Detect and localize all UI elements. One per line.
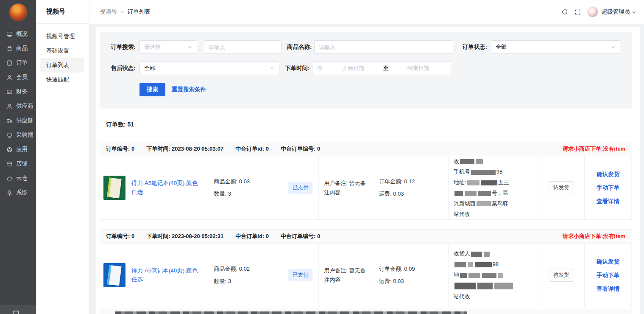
sidebar-item-overview[interactable]: 概况 <box>0 27 36 41</box>
sidebar-item-goods[interactable]: 商品 <box>0 41 36 56</box>
pay-status-badge: 已支付 <box>288 182 313 194</box>
product-cell: 得力 A5笔记本(40页) 颜色任选 <box>100 156 207 219</box>
user-avatar[interactable] <box>587 6 598 17</box>
product-cover <box>107 177 121 198</box>
primary-sidebar: 概况商品订单会员财务供应商供应链采购端应用店铺云仓系统 <box>0 0 36 314</box>
address-text: 五三 <box>498 179 509 185</box>
order-action-link[interactable]: 确认发货 <box>597 171 619 178</box>
gear-icon <box>6 189 13 196</box>
app-logo <box>9 3 27 21</box>
breadcrumb-item[interactable]: 订单列表 <box>128 8 151 16</box>
address-line <box>454 282 533 290</box>
order-list: 订单编号: 0下单时间: 2023-08-20 05:03:07中台订单id: … <box>100 142 632 307</box>
address-line: 98 <box>454 260 533 269</box>
ship-status-cell: 待发货 <box>538 156 585 219</box>
sidebar-item-orders[interactable]: 订单 <box>0 56 36 70</box>
sidebar-item-members[interactable]: 会员 <box>0 70 36 84</box>
submenu-item-order-list[interactable]: 订单列表 <box>40 58 84 73</box>
product-link[interactable]: 得力 A5笔记本(40页) 颜色任选 <box>131 179 207 197</box>
secondary-sidebar: 视频号 视频号管理基础设置订单列表快速匹配 <box>36 0 89 314</box>
app-window: 概况商品订单会员财务供应商供应链采购端应用店铺云仓系统 视频号 视频号管理基础设… <box>0 0 644 314</box>
redacted-block <box>454 191 463 196</box>
main-area: 视频号>订单列表 超级管理员 <box>89 0 644 314</box>
order-meta-item: 中台订单id: 0 <box>235 145 269 153</box>
product-name-label: 商品名称: <box>287 43 311 51</box>
submenu-item-basic-settings[interactable]: 基础设置 <box>40 44 84 58</box>
sidebar-item-finance[interactable]: 财务 <box>0 84 36 99</box>
order-action-link[interactable]: 查看详情 <box>597 198 619 205</box>
order-action-link[interactable]: 确认发货 <box>597 258 619 266</box>
product-image[interactable] <box>103 263 125 287</box>
order-status-select[interactable]: 全部 <box>491 40 620 54</box>
amount-cell: 商品金额: 0.03数量: 3 <box>207 156 283 219</box>
address-text: 手机号 <box>454 168 470 175</box>
search-button[interactable]: 搜索 <box>139 83 165 96</box>
order-search-input[interactable] <box>204 40 282 54</box>
order-search-label: 订单搜索: <box>106 43 136 51</box>
sidebar-item-label: 供应商 <box>16 102 33 110</box>
redacted-strip <box>115 311 467 314</box>
order-action-link[interactable]: 查看详情 <box>597 285 619 293</box>
order-meta-item: 下单时间: 2023-08-20 05:03:07 <box>146 145 223 153</box>
breadcrumb-item[interactable]: 视频号 <box>100 8 117 16</box>
order-action-link[interactable]: 手动下单 <box>597 184 619 192</box>
member-icon <box>6 74 13 81</box>
sidebar-item-label: 采购端 <box>16 131 33 139</box>
address-text: 地址: <box>454 179 466 185</box>
order-warning: 请求小商店下单:没有item <box>563 145 625 153</box>
product-link[interactable]: 得力 A5笔记本(40页) 颜色任选 <box>131 266 207 284</box>
product-image[interactable] <box>103 176 125 200</box>
sidebar-item-procurement[interactable]: 采购端 <box>0 128 36 142</box>
address-line: 兴新城西菜鸟驿 <box>454 199 533 208</box>
address-line: 站代收 <box>454 210 533 219</box>
amount-line: 商品金额: 0.03 <box>214 178 282 185</box>
order-search-type-select[interactable]: 请选择 <box>139 40 197 54</box>
pay-status-cell: 已支付 <box>282 244 319 307</box>
redacted-block <box>471 170 496 175</box>
order-body: 得力 A5笔记本(40页) 颜色任选 商品金额: 0.02数量: 3 已支付 用… <box>100 244 632 307</box>
topbar-actions: 超级管理员 <box>561 6 637 17</box>
actions-cell: 确认发货手动下单查看详情 <box>585 244 631 307</box>
redacted-block <box>454 262 466 267</box>
address-text: 站代收 <box>454 293 470 300</box>
user-remark: 用户备注: 暂无备注内容 <box>324 266 367 284</box>
total-line: 运费: 0.03 <box>379 190 448 198</box>
sidebar-footer[interactable] <box>0 305 36 314</box>
submenu-item-channel-management[interactable]: 视频号管理 <box>40 29 84 44</box>
address-line: 地 <box>454 271 533 279</box>
address-text: 收货人 <box>454 250 470 257</box>
select-value: 请选择 <box>144 43 161 51</box>
submenu-item-quick-match[interactable]: 快速匹配 <box>40 73 84 87</box>
user-name: 超级管理员 <box>602 8 630 16</box>
sidebar-item-apps[interactable]: 应用 <box>0 142 36 157</box>
sidebar-item-cloud-warehouse[interactable]: 云仓 <box>0 171 36 185</box>
order-meta-item: 订单编号: 0 <box>106 145 134 153</box>
address-text: 号，嘉 <box>492 190 508 196</box>
redacted-block <box>454 283 476 289</box>
pay-status-badge: 已支付 <box>288 269 313 281</box>
product-name-input[interactable] <box>314 40 453 54</box>
chevron-down-icon <box>611 45 616 50</box>
user-menu[interactable]: 超级管理员 <box>602 8 637 16</box>
order-meta-item: 下单时间: 2023-08-20 05:02:31 <box>146 233 223 240</box>
date-range-picker[interactable]: 开始日期 至 结束日期 <box>312 62 451 75</box>
order-meta: 订单编号: 0下单时间: 2023-08-20 05:02:31中台订单id: … <box>106 233 320 240</box>
sidebar-item-supply-chain[interactable]: 供应链 <box>0 113 36 128</box>
after-sale-select[interactable]: 全部 <box>139 62 279 75</box>
order-action-link[interactable]: 手动下单 <box>597 272 619 279</box>
sidebar-item-suppliers[interactable]: 供应商 <box>0 99 36 113</box>
sidebar-item-shops[interactable]: 店铺 <box>0 157 36 171</box>
reset-search-link[interactable]: 重置搜索条件 <box>172 86 206 93</box>
amount-cell: 商品金额: 0.02数量: 3 <box>207 244 283 307</box>
sidebar-item-system[interactable]: 系统 <box>0 185 36 200</box>
order-meta-item: 中台订单编号: 0 <box>281 145 320 153</box>
address-text: 98 <box>496 168 502 175</box>
order-header: 订单编号: 0下单时间: 2023-08-20 05:02:31中台订单id: … <box>100 229 632 244</box>
fullscreen-icon[interactable] <box>574 9 581 15</box>
supplier-icon <box>6 103 13 109</box>
filter-panel: 订单搜索: 请选择 商品名称: 订单状态: 全部 <box>100 32 632 109</box>
finance-icon <box>6 88 13 95</box>
submenu-nav: 视频号管理基础设置订单列表快速匹配 <box>36 24 89 87</box>
order-meta-item: 中台订单id: 0 <box>235 233 269 240</box>
refresh-icon[interactable] <box>561 8 568 15</box>
